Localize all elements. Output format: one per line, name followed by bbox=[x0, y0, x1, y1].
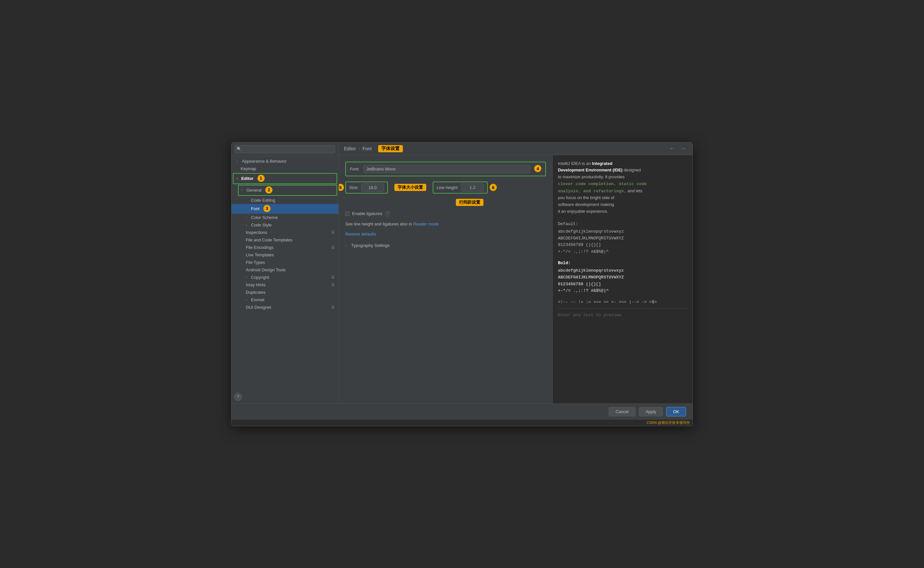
chevron-icon: › bbox=[246, 216, 250, 219]
sidebar-item-label: Font bbox=[251, 206, 259, 211]
annotation-4: 4 bbox=[534, 165, 541, 172]
chevron-icon: ∨ bbox=[236, 177, 240, 180]
sidebar-item-inspections[interactable]: Inspections ☰ bbox=[232, 229, 338, 236]
chevron-icon: › bbox=[237, 159, 241, 163]
sidebar-item-emmet[interactable]: › Emmet bbox=[232, 296, 338, 304]
sidebar-item-android-design[interactable]: Android Design Tools bbox=[232, 266, 338, 273]
chevron-icon: › bbox=[246, 275, 250, 279]
dialog-footer: Cancel Apply OK bbox=[232, 403, 692, 420]
sidebar-item-label: Editor bbox=[241, 176, 253, 181]
font-dropdown[interactable]: JetBrains Mono bbox=[363, 165, 530, 173]
annotation-5: 5 bbox=[339, 184, 344, 191]
sidebar-item-label: Appearance & Behavior bbox=[242, 159, 286, 164]
preview-default-upper: ABCDEFGHIJKLMNOPQRSTUVWXYZ bbox=[558, 235, 687, 242]
chevron-icon: › bbox=[246, 223, 250, 227]
file-encodings-badge: ☰ bbox=[331, 245, 335, 249]
sidebar-item-editor[interactable]: ∨ Editor 1 bbox=[233, 173, 337, 184]
sidebar-item-label: File Encodings bbox=[246, 245, 273, 250]
sidebar: 🔍 › Appearance & Behavior Keymap ∨ Edito bbox=[232, 142, 339, 403]
help-icon[interactable]: ? bbox=[385, 211, 390, 216]
reader-mode-row: See line height and ligatures also in Re… bbox=[345, 222, 546, 227]
annotation-3: 3 bbox=[263, 205, 270, 212]
preview-intro: IntelliJ IDEA is an IntegratedDevelopmen… bbox=[558, 160, 687, 215]
size-input[interactable] bbox=[361, 183, 384, 192]
dialog-body: 🔍 › Appearance & Behavior Keymap ∨ Edito bbox=[232, 142, 692, 403]
sidebar-item-label: Inspections bbox=[246, 230, 267, 235]
breadcrumb-parent: Editor bbox=[344, 146, 356, 151]
sidebar-item-label: Code Style bbox=[251, 222, 272, 227]
reader-mode-link[interactable]: Reader mode bbox=[413, 222, 439, 227]
watermark: CSDN @测试开发专项写作 bbox=[232, 420, 692, 426]
font-row: Font: JetBrains Mono 4 bbox=[345, 162, 546, 176]
typography-label: Typography Settings bbox=[351, 243, 390, 248]
sidebar-item-label: Duplicates bbox=[246, 290, 265, 295]
callout-lineheight: 行间距设置 bbox=[456, 199, 484, 206]
preview-default-label: Default: bbox=[558, 222, 687, 227]
size-row: 5 Size: 字体大小设置 Line height: 6 bbox=[345, 181, 546, 193]
ligatures-checkbox[interactable] bbox=[345, 211, 350, 216]
sidebar-tree: › Appearance & Behavior Keymap ∨ Editor … bbox=[232, 156, 338, 390]
help-button[interactable]: ? bbox=[234, 393, 242, 401]
lineheight-input[interactable] bbox=[461, 183, 484, 192]
back-button[interactable]: ← bbox=[668, 145, 676, 152]
inlay-hints-badge: ☰ bbox=[331, 283, 335, 287]
breadcrumb-sep: › bbox=[358, 146, 360, 151]
breadcrumb-current: Font bbox=[363, 146, 372, 151]
settings-left: Font: JetBrains Mono 4 5 Size: bbox=[339, 155, 553, 403]
sidebar-item-font[interactable]: Font 3 bbox=[232, 204, 338, 214]
apply-button[interactable]: Apply bbox=[639, 407, 663, 416]
preview-bold-section: Bold: abcdefghijklmnopqrstuvwxyz ABCDEFG… bbox=[558, 261, 687, 295]
preview-ligature: <!-- -- != := === >= >- >=> |--> -> <$> bbox=[558, 300, 687, 305]
settings-dialog: 🔍 › Appearance & Behavior Keymap ∨ Edito bbox=[231, 142, 693, 426]
preview-bold-lower: abcdefghijklmnopqrstuvwxyz bbox=[558, 267, 687, 274]
lineheight-label: Line height: bbox=[437, 185, 458, 190]
callout-title-box: 字体设置 bbox=[378, 145, 403, 152]
preview-panel: IntelliJ IDEA is an IntegratedDevelopmen… bbox=[553, 155, 692, 403]
content-header: Editor › Font 字体设置 ← → bbox=[339, 142, 692, 155]
sidebar-item-color-scheme[interactable]: › Color Scheme bbox=[232, 214, 338, 221]
callout-title: 字体设置 bbox=[378, 145, 403, 152]
callout-size: 字体大小设置 bbox=[394, 184, 426, 191]
sidebar-item-duplicates[interactable]: Duplicates bbox=[232, 289, 338, 296]
preview-default-syms: +-*/= .,;:!? #&$%@|^ bbox=[558, 249, 687, 255]
search-icon: 🔍 bbox=[237, 147, 241, 151]
sidebar-item-label: File Types bbox=[246, 260, 265, 265]
sidebar-item-keymap[interactable]: Keymap bbox=[232, 165, 338, 172]
sidebar-item-code-editing[interactable]: Code Editing bbox=[232, 196, 338, 204]
ok-button[interactable]: OK bbox=[666, 407, 686, 416]
search-input[interactable] bbox=[235, 145, 335, 153]
sidebar-item-label: Keymap bbox=[241, 166, 256, 171]
gui-designer-badge: ☰ bbox=[331, 305, 335, 310]
sidebar-item-appearance[interactable]: › Appearance & Behavior bbox=[232, 157, 338, 165]
sidebar-item-general[interactable]: › General 2 bbox=[238, 185, 337, 196]
restore-defaults-link[interactable]: Restore defaults bbox=[345, 232, 546, 237]
sidebar-item-file-encodings[interactable]: File Encodings ☰ bbox=[232, 244, 338, 251]
sidebar-item-file-code-templates[interactable]: File and Code Templates bbox=[232, 236, 338, 244]
callout-lineheight-wrapper: 行间距设置 bbox=[456, 199, 546, 206]
preview-default-section: Default: abcdefghijklmnopqrstuvwxyz ABCD… bbox=[558, 222, 687, 255]
nav-buttons: ← → bbox=[668, 145, 687, 152]
ligatures-row: Enable ligatures ? bbox=[345, 211, 546, 216]
preview-bold-nums: 0123456789 (){}[] bbox=[558, 281, 687, 288]
sidebar-item-label: Code Editing bbox=[251, 198, 275, 203]
copyright-badge: ☰ bbox=[331, 275, 335, 279]
sidebar-item-live-templates[interactable]: Live Templates bbox=[232, 251, 338, 258]
sidebar-item-gui-designer[interactable]: GUI Designer ☰ bbox=[232, 304, 338, 311]
forward-button[interactable]: → bbox=[679, 145, 687, 152]
search-wrapper: 🔍 bbox=[235, 145, 335, 153]
sidebar-item-copyright[interactable]: › Copyright ☰ bbox=[232, 273, 338, 281]
reader-mode-text: See line height and ligatures also in bbox=[345, 222, 412, 227]
sidebar-item-label: Live Templates bbox=[246, 252, 274, 257]
cancel-button[interactable]: Cancel bbox=[609, 407, 635, 416]
preview-default-nums: 0123456789 (){}[] bbox=[558, 242, 687, 249]
sidebar-item-file-types[interactable]: File Types bbox=[232, 258, 338, 266]
preview-bold-label: Bold: bbox=[558, 261, 687, 266]
preview-input-hint: Enter any text to preview bbox=[558, 308, 687, 317]
breadcrumb: Editor › Font bbox=[344, 146, 372, 151]
typography-row[interactable]: › Typography Settings bbox=[345, 243, 546, 248]
size-field-wrapper: 5 Size: bbox=[345, 181, 388, 193]
sidebar-item-inlay-hints[interactable]: Inlay Hints ☰ bbox=[232, 281, 338, 289]
search-box: 🔍 bbox=[232, 142, 338, 156]
preview-default-lower: abcdefghijklmnopqrstuvwxyz bbox=[558, 228, 687, 235]
sidebar-item-code-style[interactable]: › Code Style bbox=[232, 221, 338, 229]
